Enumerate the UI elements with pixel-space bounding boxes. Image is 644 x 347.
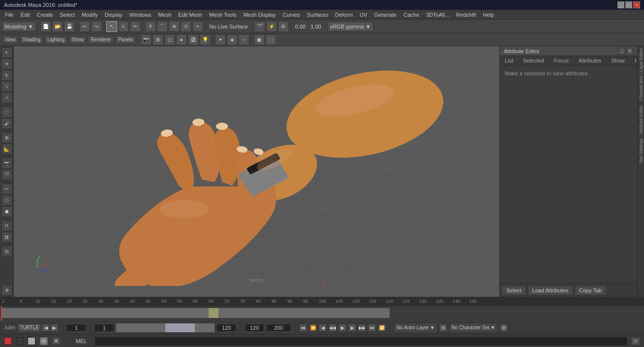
color-swatch-dark[interactable] <box>16 337 24 345</box>
camera-tool-left-btn[interactable]: 📷 <box>1 158 12 169</box>
menu-create[interactable]: Create <box>34 11 56 18</box>
xray-btn[interactable]: ○ <box>239 34 249 45</box>
menu-surfaces[interactable]: Surfaces <box>304 11 331 18</box>
attr-select-button[interactable]: Select <box>502 285 526 295</box>
menu-modify[interactable]: Modify <box>79 11 100 18</box>
ipr-render-button[interactable]: ⚡ <box>266 21 277 32</box>
maximize-button[interactable]: □ <box>625 1 632 8</box>
film-gate-btn[interactable]: ⬚ <box>266 34 276 45</box>
select-mask-btn[interactable]: ✦ <box>215 34 226 45</box>
anim-layer-settings-btn[interactable]: ⚙ <box>439 324 447 332</box>
step-back-button[interactable]: ◀ <box>319 324 327 332</box>
attribute-editor-tab[interactable]: Attribute Editor <box>639 105 644 135</box>
range-start-input[interactable] <box>94 324 114 332</box>
undo-button[interactable]: ↩ <box>79 21 90 32</box>
settings-left-btn[interactable]: ⚙ <box>1 285 12 296</box>
sphere-swatch[interactable] <box>39 337 48 346</box>
command-input[interactable] <box>94 337 627 346</box>
color-swatch-gray[interactable] <box>28 337 35 345</box>
transform-tool-left-btn[interactable]: ⤢ <box>1 93 12 103</box>
curves-tool-left-btn[interactable]: 〜 <box>1 184 12 194</box>
color-swatch-red[interactable] <box>4 337 12 345</box>
step-back-key-button[interactable]: ⏪ <box>309 324 317 332</box>
deform-tool-left-btn[interactable]: ⊓ <box>1 221 12 231</box>
swatch-expand-btn[interactable]: ▼ <box>52 337 60 345</box>
attr-panel-minimize-btn[interactable]: _ <box>618 48 625 55</box>
minimize-button[interactable]: _ <box>617 1 624 8</box>
lasso-select-button[interactable]: ⊂ <box>118 21 129 32</box>
menu-mesh-tools[interactable]: Mesh Tools <box>206 11 239 18</box>
menu-select[interactable]: Select <box>57 11 78 18</box>
wireframe-btn[interactable]: ◻ <box>164 34 175 45</box>
render-button[interactable]: 🎬 <box>254 21 265 32</box>
play-forward-button[interactable]: ▶ <box>338 324 346 332</box>
menu-deform[interactable]: Deform <box>332 11 356 18</box>
attr-panel-close-btn[interactable]: ✕ <box>626 48 633 55</box>
soft-select-left-btn[interactable]: ◌ <box>1 107 12 118</box>
menu-help[interactable]: Help <box>480 11 497 18</box>
anim-layer-dropdown[interactable]: No Anim Layer ▼ <box>394 323 437 333</box>
misc-tool-left-btn[interactable]: ⊟ <box>1 246 12 257</box>
attr-copy-button[interactable]: Copy Tab <box>575 285 606 295</box>
camera-settings-btn[interactable]: 📷 <box>141 34 152 45</box>
redo-button[interactable]: ↪ <box>91 21 102 32</box>
timeline-track-block[interactable] <box>1 308 390 318</box>
menu-redshift[interactable]: Redshift <box>453 11 479 18</box>
close-button[interactable]: ✕ <box>633 1 640 8</box>
attr-tab-attributes[interactable]: Attributes <box>574 56 606 65</box>
lighting-btn[interactable]: Lighting <box>44 35 67 44</box>
select-tool-left-btn[interactable]: ↖ <box>1 47 12 58</box>
play-back-button[interactable]: ◀◀ <box>329 324 337 332</box>
snap-align-left-btn[interactable]: ⊞ <box>1 132 12 143</box>
char-set-settings-btn[interactable]: ⚙ <box>500 324 508 332</box>
snap-point-button[interactable]: ⊕ <box>169 21 180 32</box>
new-file-button[interactable]: 📄 <box>40 21 51 32</box>
view-btn[interactable]: View <box>2 35 19 44</box>
menu-cache[interactable]: Cache <box>400 11 422 18</box>
attr-tab-focus[interactable]: Focus <box>549 56 574 65</box>
hilite-btn[interactable]: ◈ <box>227 34 238 45</box>
snap-surface-button[interactable]: ⌖ <box>192 21 203 32</box>
open-file-button[interactable]: 📂 <box>52 21 63 32</box>
current-frame-input[interactable] <box>66 324 86 332</box>
channel-box-tab[interactable]: Channel Box / Layer Editor <box>639 48 644 101</box>
paint-select-button[interactable]: ✏ <box>130 21 141 32</box>
menu-file[interactable]: File <box>2 11 17 18</box>
menu-generate[interactable]: Generate <box>371 11 399 18</box>
menu-mesh-display[interactable]: Mesh Display <box>241 11 279 18</box>
save-file-button[interactable]: 💾 <box>64 21 75 32</box>
loop-button[interactable]: 🔁 <box>378 324 386 332</box>
show-btn[interactable]: Show <box>68 35 87 44</box>
select-tool-button[interactable]: ↖ <box>106 21 117 32</box>
gamma-dropdown[interactable]: sRGB gamma ▼ <box>328 22 373 32</box>
mini-timeline[interactable] <box>116 323 215 332</box>
script-type-label[interactable]: MEL <box>72 337 91 345</box>
viewport-canvas[interactable]: x y z persp <box>14 46 499 286</box>
renderer-btn[interactable]: Renderer <box>88 35 114 44</box>
tool-settings-tab[interactable]: Tool Settings <box>639 138 644 164</box>
viewport-area[interactable]: x y z persp <box>14 46 499 297</box>
menu-mesh[interactable]: Mesh <box>155 11 174 18</box>
menu-edit[interactable]: Edit <box>18 11 33 18</box>
turtle-label[interactable]: TURTLE <box>17 323 41 332</box>
scale-tool-left-btn[interactable]: ⤡ <box>1 81 12 92</box>
character-set-dropdown[interactable]: No Character Set ▼ <box>449 323 498 333</box>
menu-edit-mesh[interactable]: Edit Mesh <box>175 11 205 18</box>
render-tool-left-btn[interactable]: 🎬 <box>1 169 12 180</box>
light-btn[interactable]: 💡 <box>200 34 211 45</box>
snap-view-button[interactable]: ⊙ <box>181 21 191 32</box>
playback-end-input[interactable] <box>245 324 264 332</box>
shading-btn[interactable]: Shading <box>20 35 44 44</box>
render-settings-button[interactable]: ⚙ <box>278 21 289 32</box>
poly-tool-left-btn[interactable]: ⬟ <box>1 206 12 217</box>
attr-tab-selected[interactable]: Selected <box>518 56 549 65</box>
layer-prev-btn[interactable]: ◀ <box>42 324 50 332</box>
menu-windows[interactable]: Windows <box>126 11 154 18</box>
smooth-shade-btn[interactable]: ● <box>176 34 187 45</box>
attr-load-button[interactable]: Load Attributes <box>528 285 573 295</box>
go-start-button[interactable]: ⏮ <box>299 324 307 332</box>
layer-next-btn[interactable]: ▶ <box>50 324 58 332</box>
go-end-button[interactable]: ⏭ <box>368 324 376 332</box>
menu-curves[interactable]: Curves <box>280 11 303 18</box>
menu-3dtoall[interactable]: 3DToAll... <box>423 11 452 18</box>
